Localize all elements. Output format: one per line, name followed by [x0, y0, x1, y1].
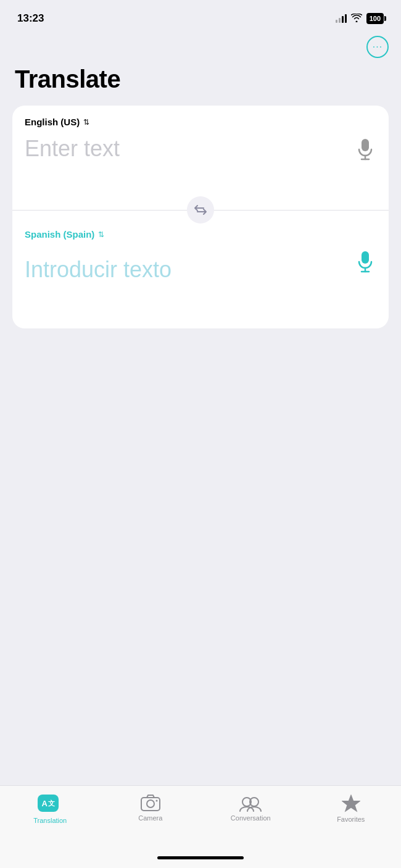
target-language-selector[interactable]: Spanish (Spain) ⇅ [25, 229, 376, 240]
target-mic-button[interactable] [354, 248, 376, 275]
source-placeholder[interactable]: Enter text [25, 136, 120, 162]
main-content [0, 328, 401, 785]
target-section: Spanish (Spain) ⇅ Introducir texto [12, 211, 389, 328]
source-language-selector[interactable]: English (US) ⇅ [25, 117, 376, 127]
source-chevron-icon: ⇅ [83, 118, 89, 127]
more-dots-icon: ··· [373, 42, 382, 52]
home-indicator [0, 847, 401, 868]
target-input-area: Introducir texto [25, 248, 376, 310]
target-chevron-icon: ⇅ [98, 230, 104, 239]
status-time: 13:23 [17, 12, 44, 25]
svg-rect-0 [362, 139, 369, 151]
battery-icon: 100 [366, 13, 384, 24]
star-icon [342, 795, 360, 813]
status-icons: 100 [336, 13, 384, 24]
svg-rect-3 [362, 251, 369, 264]
swap-icon [194, 203, 207, 217]
tab-conversation[interactable]: Conversation [200, 792, 301, 822]
tab-bar: A 文 Translation Camera Conversation Favo… [0, 785, 401, 847]
tab-camera-label: Camera [138, 814, 162, 822]
page-title: Translate [0, 58, 401, 106]
microphone-icon [357, 138, 374, 161]
source-language-label: English (US) [25, 117, 80, 127]
source-mic-button[interactable] [354, 136, 376, 163]
microphone-target-icon [357, 251, 374, 273]
tab-camera[interactable]: Camera [101, 792, 201, 822]
more-button[interactable]: ··· [366, 36, 389, 58]
translation-card: English (US) ⇅ Enter text [12, 106, 389, 328]
tab-translation[interactable]: A 文 Translation [0, 792, 101, 824]
tab-conversation-label: Conversation [231, 814, 271, 822]
svg-point-8 [155, 800, 157, 802]
target-language-label: Spanish (Spain) [25, 229, 94, 240]
divider-area [12, 210, 389, 211]
camera-icon [141, 795, 160, 812]
translation-tab-icon: A 文 [38, 795, 62, 814]
status-bar: 13:23 100 [0, 0, 401, 33]
header: ··· [0, 33, 401, 58]
home-indicator-bar [157, 856, 244, 859]
source-input-area: Enter text [25, 136, 376, 198]
tab-translation-label: Translation [33, 817, 67, 824]
signal-icon [336, 14, 347, 23]
tab-favorites-label: Favorites [337, 816, 365, 823]
source-section: English (US) ⇅ Enter text [12, 106, 389, 210]
swap-languages-button[interactable] [187, 196, 214, 223]
svg-point-7 [147, 800, 154, 807]
svg-marker-11 [343, 796, 359, 811]
wifi-icon [351, 14, 362, 24]
tab-favorites[interactable]: Favorites [301, 792, 402, 823]
conversation-icon [239, 795, 262, 812]
target-placeholder[interactable]: Introducir texto [25, 257, 172, 283]
